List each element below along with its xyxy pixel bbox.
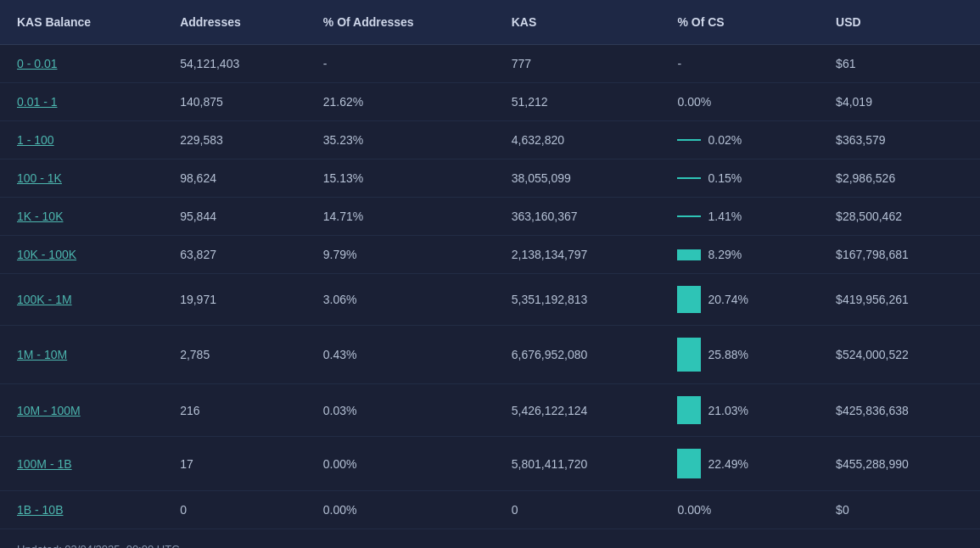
pct-cs-value: 1.41% [708,210,742,223]
usd-cell: $425,836,638 [819,384,980,437]
usd-cell: $28,500,462 [819,198,980,236]
addresses-cell: 17 [163,437,306,491]
kas-cell: 2,138,134,797 [495,236,661,274]
table-row: 1K - 10K95,84414.71%363,160,3671.41%$28,… [0,198,980,236]
bar-container [677,286,701,313]
usd-cell: $4,019 [819,83,980,121]
balance-cell[interactable]: 1K - 10K [0,198,163,236]
kas-cell: 363,160,367 [495,198,661,236]
kas-cell: 0 [495,491,661,529]
bar-container [677,249,701,260]
pct-addresses-cell: 0.43% [306,326,495,384]
kas-cell: 5,426,122,124 [495,384,661,437]
pct-addresses-cell: 3.06% [306,274,495,326]
addresses-cell: 216 [163,384,306,437]
bar-container [677,338,701,372]
balance-cell[interactable]: 10M - 100M [0,384,163,437]
pct-cs-cell: 0.00% [660,83,819,121]
col-header-addresses: Addresses [163,0,306,45]
table-row: 100 - 1K98,62415.13%38,055,0990.15%$2,98… [0,159,980,198]
addresses-cell: 54,121,403 [163,45,306,83]
table-row: 10K - 100K63,8279.79%2,138,134,7978.29%$… [0,236,980,274]
pct-cs-cell: - [660,45,819,83]
bar-container [677,177,701,179]
addresses-cell: 2,785 [163,326,306,384]
pct-cs-cell: 20.74% [660,274,819,326]
kas-cell: 6,676,952,080 [495,326,661,384]
pct-cs-cell: 0.02% [660,121,819,159]
usd-cell: $61 [819,45,980,83]
table-header-row: KAS Balance Addresses % Of Addresses KAS… [0,0,980,45]
balance-cell[interactable]: 100M - 1B [0,437,163,491]
balance-cell[interactable]: 10K - 100K [0,236,163,274]
pct-addresses-cell: 21.62% [306,83,495,121]
pct-cs-cell: 0.00% [660,491,819,529]
pct-cs-value: 22.49% [708,457,748,471]
col-header-usd: USD [819,0,980,45]
addresses-cell: 140,875 [163,83,306,121]
pct-cs-value: 0.02% [708,133,742,147]
main-container: KAS Balance Addresses % Of Addresses KAS… [0,0,980,548]
pct-bar [677,396,701,424]
kas-cell: 5,801,411,720 [495,437,661,491]
kas-cell: 777 [495,45,661,83]
pct-cs-value: 0.00% [677,95,711,109]
col-header-pct-addresses: % Of Addresses [306,0,495,45]
table-row: 0.01 - 1140,87521.62%51,2120.00%$4,019 [0,83,980,121]
table-row: 1M - 10M2,7850.43%6,676,952,08025.88%$52… [0,326,980,384]
pct-cs-value: 0.15% [708,171,742,185]
kas-cell: 51,212 [495,83,661,121]
table-row: 100K - 1M19,9713.06%5,351,192,81320.74%$… [0,274,980,326]
pct-addresses-cell: 35.23% [306,121,495,159]
usd-cell: $419,956,261 [819,274,980,326]
pct-cs-cell: 21.03% [660,384,819,437]
pct-bar [677,338,701,372]
pct-cs-value: 20.74% [708,293,748,306]
pct-bar [677,249,701,260]
table-row: 0 - 0.0154,121,403-777-$61 [0,45,980,83]
pct-cs-value: 21.03% [708,404,748,417]
pct-cs-cell: 8.29% [660,236,819,274]
usd-cell: $167,798,681 [819,236,980,274]
pct-addresses-cell: 9.79% [306,236,495,274]
addresses-cell: 95,844 [163,198,306,236]
balance-cell[interactable]: 1 - 100 [0,121,163,159]
pct-cs-cell: 0.15% [660,159,819,198]
kas-cell: 38,055,099 [495,159,661,198]
balance-cell[interactable]: 0 - 0.01 [0,45,163,83]
kas-cell: 5,351,192,813 [495,274,661,326]
usd-cell: $2,986,526 [819,159,980,198]
addresses-cell: 98,624 [163,159,306,198]
table-row: 1 - 100229,58335.23%4,632,8200.02%$363,5… [0,121,980,159]
table-row: 100M - 1B170.00%5,801,411,72022.49%$455,… [0,437,980,491]
balance-table: KAS Balance Addresses % Of Addresses KAS… [0,0,980,529]
footer-updated: Updated: 03/04/2025, 00:00 UTC [0,529,980,548]
addresses-cell: 19,971 [163,274,306,326]
table-row: 10M - 100M2160.03%5,426,122,12421.03%$42… [0,384,980,437]
addresses-cell: 63,827 [163,236,306,274]
balance-cell[interactable]: 1B - 10B [0,491,163,529]
pct-addresses-cell: 0.03% [306,384,495,437]
pct-bar [677,286,701,313]
pct-addresses-cell: - [306,45,495,83]
balance-cell[interactable]: 0.01 - 1 [0,83,163,121]
table-row: 1B - 10B00.00%00.00%$0 [0,491,980,529]
pct-cs-value: 25.88% [708,348,748,361]
pct-bar [677,449,701,478]
bar-container [677,449,701,478]
balance-cell[interactable]: 100K - 1M [0,274,163,326]
pct-bar [677,139,701,141]
bar-container [677,396,701,424]
bar-container [677,215,701,217]
addresses-cell: 0 [163,491,306,529]
pct-cs-cell: 1.41% [660,198,819,236]
balance-cell[interactable]: 1M - 10M [0,326,163,384]
pct-cs-value: - [677,57,681,70]
pct-bar [677,215,701,217]
pct-cs-cell: 22.49% [660,437,819,491]
balance-cell[interactable]: 100 - 1K [0,159,163,198]
addresses-cell: 229,583 [163,121,306,159]
pct-addresses-cell: 14.71% [306,198,495,236]
pct-cs-cell: 25.88% [660,326,819,384]
pct-cs-value: 0.00% [677,503,711,517]
